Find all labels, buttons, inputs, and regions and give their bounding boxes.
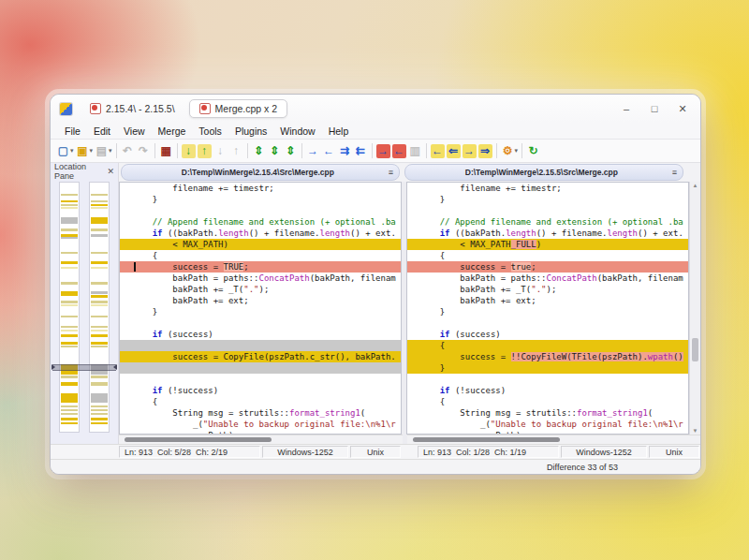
diff-stripe[interactable] [61, 422, 78, 424]
hscroll-left[interactable] [119, 435, 403, 444]
diff-stripe[interactable] [91, 207, 108, 209]
diff-stripe[interactable] [61, 376, 78, 378]
diff-stripe[interactable] [61, 382, 78, 386]
code-line[interactable] [120, 317, 401, 329]
location-pane-close-icon[interactable]: ✕ [107, 167, 114, 176]
location-bar-left[interactable] [59, 182, 80, 433]
diff-stripe[interactable] [91, 382, 108, 386]
code-line[interactable]: if (!success) [120, 385, 401, 396]
code-line[interactable]: { [407, 340, 688, 351]
code-line[interactable]: if (success) [407, 329, 688, 340]
copy-from-right-icon[interactable]: ↑ [197, 141, 213, 160]
code-line[interactable]: { [120, 250, 401, 261]
code-line[interactable]: success = true; [407, 261, 688, 273]
diff-stripe[interactable] [61, 334, 78, 337]
copy-left-icon[interactable]: ← [391, 141, 407, 160]
code-pane-right[interactable]: filename += timestr; } // Append filenam… [406, 182, 689, 435]
code-line[interactable]: { [120, 396, 401, 407]
diff-stripe[interactable] [61, 267, 78, 269]
diff-stripe[interactable] [61, 342, 78, 345]
diff-stripe[interactable] [91, 409, 108, 411]
code-line[interactable]: if (success) [120, 329, 401, 340]
diff-stripe[interactable] [91, 291, 108, 294]
diff-stripe[interactable] [61, 418, 78, 420]
file-header-left[interactable]: D:\Temp\WinMerge\2.15.4\Src\Merge.cpp ≡ [121, 164, 400, 181]
hscroll-right[interactable] [407, 435, 691, 444]
copy-left-advance-icon[interactable]: ← [430, 141, 446, 160]
copy-right-icon[interactable]: → [375, 141, 391, 160]
code-line[interactable]: < MAX_PATH_FULL) [407, 239, 688, 250]
close-button[interactable]: ✕ [670, 99, 695, 118]
diff-stripe[interactable] [91, 194, 108, 196]
current-diff-icon[interactable]: ⇕ [267, 141, 283, 160]
copy-from-left-icon[interactable]: ↓ [181, 141, 197, 160]
code-line[interactable] [120, 374, 401, 385]
diff-stripe[interactable] [61, 207, 78, 209]
dropdown-caret-icon[interactable]: ▾ [90, 147, 94, 155]
code-line[interactable]: bakPath += ext; [407, 295, 688, 306]
diff-stripe[interactable] [91, 304, 108, 306]
dropdown-caret-icon[interactable]: ▾ [109, 147, 112, 155]
diff-stripe[interactable] [61, 282, 78, 285]
code-line[interactable] [120, 340, 401, 351]
diff-stripe[interactable] [61, 393, 78, 403]
diff-stripe[interactable] [61, 291, 78, 296]
compare-report-icon[interactable]: ▦ [158, 141, 174, 160]
location-pane-bars[interactable] [51, 180, 118, 444]
diff-stripe[interactable] [91, 316, 108, 317]
diff-stripe[interactable] [91, 200, 108, 202]
diff-stripe[interactable] [91, 422, 108, 424]
code-line[interactable]: } [407, 362, 688, 374]
code-line[interactable]: filename += timestr; [120, 183, 401, 194]
tab-1[interactable]: 2.15.4\ - 2.15.5\ [80, 99, 185, 118]
diff-stripe[interactable] [91, 405, 108, 407]
scroll-up-icon[interactable]: ▲ [690, 183, 700, 188]
menu-merge[interactable]: Merge [152, 125, 193, 137]
status-encoding[interactable]: Windows-1252 [561, 446, 647, 458]
code-line[interactable]: // Append filename and extension (+ opti… [407, 216, 688, 228]
all-right-icon[interactable]: ⇒ [477, 141, 493, 160]
diff-stripe[interactable] [61, 316, 78, 317]
diff-stripe[interactable] [91, 418, 108, 420]
code-line[interactable]: < MAX_PATH) [120, 239, 401, 250]
menu-edit[interactable]: Edit [87, 125, 117, 137]
header-menu-icon[interactable]: ≡ [672, 168, 677, 177]
diff-stripe[interactable] [61, 252, 78, 254]
diff-stripe[interactable] [91, 282, 108, 285]
diff-stripe[interactable] [91, 267, 108, 269]
code-line[interactable] [120, 205, 401, 216]
new-file-icon[interactable]: ▢▾ [55, 141, 75, 160]
diff-stripe[interactable] [61, 330, 78, 332]
title-bar[interactable]: 2.15.4\ - 2.15.5\Merge.cpp x 2 – □ ✕ [51, 95, 700, 123]
diff-stripe[interactable] [61, 409, 78, 411]
code-line[interactable]: bakPath += _T("."); [407, 284, 688, 295]
first-diff-icon[interactable]: ⇕ [251, 141, 267, 160]
code-line[interactable]: if ((bakPath.length() + filename.length(… [120, 228, 401, 239]
dropdown-caret-icon[interactable]: ▾ [515, 147, 519, 155]
code-line[interactable]: bakPath += _T("."); [120, 284, 401, 295]
diff-stripe[interactable] [61, 405, 78, 407]
menu-view[interactable]: View [117, 125, 152, 137]
scroll-down-icon[interactable]: ▼ [690, 428, 700, 434]
status-encoding[interactable]: Windows-1252 [262, 446, 348, 458]
vertical-scrollbar[interactable]: ▲ ▼ [689, 182, 700, 435]
diff-stripe[interactable] [91, 413, 108, 415]
code-line[interactable]: String msg = strutils::format_string1( [120, 407, 401, 419]
code-line[interactable]: bakPath = paths::ConcatPath(bakPath, fil… [120, 273, 401, 284]
code-line[interactable]: { [407, 396, 688, 407]
code-line[interactable]: success = CopyFile(pszPath.c_str(), bakP… [120, 351, 401, 362]
code-line[interactable] [120, 362, 401, 374]
status-eol[interactable]: Unix [350, 446, 401, 458]
menu-file[interactable]: File [58, 125, 87, 137]
diff-stripe[interactable] [91, 204, 108, 206]
status-eol[interactable]: Unix [649, 446, 699, 458]
code-line[interactable]: String msg = strutils::format_string1( [407, 407, 688, 419]
diff-stripe[interactable] [91, 295, 108, 298]
diff-stripe[interactable] [61, 200, 78, 202]
code-line[interactable]: _("Unable to backup original file:\n%1\r [407, 419, 688, 430]
header-menu-icon[interactable]: ≡ [389, 168, 393, 177]
code-line[interactable]: success = TRUE; [120, 261, 401, 273]
location-bar-right[interactable] [89, 182, 110, 433]
prev-conflict-icon[interactable]: ⇇ [353, 141, 369, 160]
last-diff-icon[interactable]: ⇕ [283, 141, 299, 160]
